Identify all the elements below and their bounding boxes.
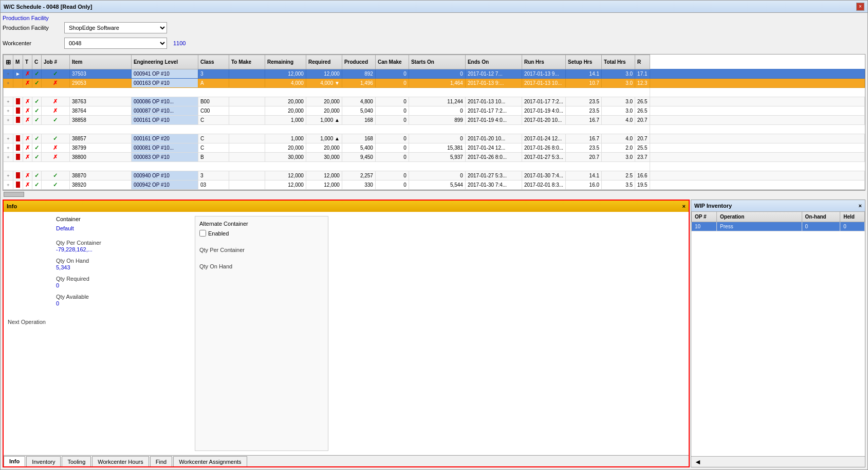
totalhrs-cell: 17.1	[635, 69, 650, 79]
ends-cell: 2017-01-27 5:3...	[522, 153, 565, 162]
item-cell[interactable]: 000086 OP #10...	[131, 97, 198, 106]
expand-cell[interactable]: +	[4, 69, 13, 79]
item-cell[interactable]: 000161 OP #20	[131, 134, 198, 143]
alt-qty-on-hand-field: Qty On Hand	[199, 263, 324, 269]
expand-cell[interactable]: +	[4, 180, 13, 190]
table-row[interactable]: +✗✓✗29053000163 OP #10A4,0004,000 ▼1,496…	[4, 79, 865, 88]
col-required: Required	[306, 55, 342, 69]
expand-cell[interactable]: +	[4, 79, 13, 88]
table-row[interactable]: +✗✓✓38858000161 OP #10C1,0001,000 ▲16808…	[4, 116, 865, 125]
item-cell[interactable]: 000087 OP #10...	[131, 106, 198, 116]
totalhrs-cell: 25.5	[635, 143, 650, 153]
canmake-cell: 1,464	[409, 79, 465, 88]
expand-cell[interactable]: +	[4, 97, 13, 106]
totalhrs-cell: 20.7	[635, 134, 650, 143]
produced-cell: 0	[375, 143, 409, 153]
qty-required-value: 0	[56, 282, 184, 288]
canmake-cell: 5,937	[409, 153, 465, 162]
wip-header: WIP Inventory ×	[691, 200, 865, 211]
r-cell	[650, 106, 864, 116]
wip-table-row[interactable]: 10Press00	[692, 222, 865, 231]
item-cell[interactable]: 000161 OP #10	[131, 116, 198, 125]
tomake-cell: 30,000	[265, 153, 306, 162]
remaining-cell: 30,000	[306, 153, 342, 162]
table-row[interactable]: +✗✓✗38763000086 OP #10...B0020,00020,000…	[4, 97, 865, 106]
job-cell: 38920	[69, 180, 131, 190]
expand-cell[interactable]: +	[4, 116, 13, 125]
item-cell[interactable]: 000081 OP #10...	[131, 143, 198, 153]
info-content: Next Operation Container Default Qty Per…	[4, 212, 689, 455]
job-cell: 37503	[69, 69, 131, 79]
production-facility-select[interactable]: ShopEdge Software	[64, 22, 167, 33]
r-cell	[650, 97, 864, 106]
tab-workcenter-hours[interactable]: Workcenter Hours	[92, 456, 149, 466]
enabled-checkbox[interactable]	[199, 230, 206, 237]
horizontal-scrollbar[interactable]	[3, 190, 865, 197]
job-cell: 38858	[69, 116, 131, 125]
required-cell: 168	[342, 116, 375, 125]
table-row[interactable]	[4, 162, 865, 171]
wip-nav-left[interactable]: ◄	[692, 458, 704, 466]
table-row[interactable]	[4, 125, 865, 134]
table-row[interactable]: +✗✓✓38920000942 OP #100312,00012,0003300…	[4, 180, 865, 190]
c-cell: ✓	[41, 69, 69, 79]
item-cell[interactable]: 000942 OP #10	[131, 180, 198, 190]
runhrs-cell: 23.5	[566, 143, 602, 153]
info-panel-header: Info ×	[4, 201, 689, 212]
marker-cell	[13, 180, 23, 190]
expand-cell[interactable]: +	[4, 153, 13, 162]
remaining-cell: 4,000 ▼	[306, 79, 342, 88]
workcenter-select[interactable]: 0048	[64, 38, 167, 49]
totalhrs-cell: 19.5	[635, 180, 650, 190]
tomake-cell: 20,000	[265, 106, 306, 116]
r-cell	[650, 79, 864, 88]
class-cell	[229, 106, 265, 116]
table-row[interactable]: +✗✓✓38857000161 OP #20C1,0001,000 ▲16800…	[4, 134, 865, 143]
eng-cell: 3	[198, 171, 229, 180]
scroll-thumb[interactable]	[4, 192, 24, 197]
c-cell: ✓	[41, 116, 69, 125]
tab-info[interactable]: Info	[4, 456, 25, 466]
wip-table-wrapper[interactable]: OP #OperationOn-handHeld 10Press00	[691, 211, 865, 456]
table-row[interactable]: +►✗✓✓37503000941 OP #10312,00012,0008920…	[4, 69, 865, 79]
expand-cell[interactable]: +	[4, 171, 13, 180]
r-cell	[650, 134, 864, 143]
info-panel-close[interactable]: ×	[682, 203, 686, 209]
tab-tooling[interactable]: Tooling	[62, 456, 91, 466]
item-cell[interactable]: 000941 OP #10	[131, 69, 198, 79]
col-starts: Starts On	[409, 55, 465, 69]
table-row[interactable]	[4, 88, 865, 97]
m-cell: ✗	[23, 134, 32, 143]
wip-close-button[interactable]: ×	[859, 203, 862, 209]
expand-cell[interactable]: +	[4, 134, 13, 143]
eng-cell: 3	[198, 69, 229, 79]
table-row[interactable]: +✗✓✓38870000940 OP #10312,00012,0002,257…	[4, 171, 865, 180]
item-cell[interactable]: 000083 OP #10	[131, 153, 198, 162]
tab-inventory[interactable]: Inventory	[26, 456, 61, 466]
runhrs-cell: 16.0	[566, 180, 602, 190]
qty-on-hand-label: Qty On Hand	[56, 258, 184, 264]
totalhrs-cell: 20.7	[635, 116, 650, 125]
table-row[interactable]: +✗✓✗38799000081 OP #10...C20,00020,0005,…	[4, 143, 865, 153]
starts-cell: 2017-01-19 4:0...	[465, 116, 522, 125]
item-cell[interactable]: 000163 OP #10	[131, 79, 198, 88]
expand-cell[interactable]: +	[4, 106, 13, 116]
item-cell[interactable]: 000940 OP #10	[131, 171, 198, 180]
ends-cell: 2017-01-24 12...	[522, 134, 565, 143]
t-cell: ✓	[32, 134, 41, 143]
wip-bottom-nav: ◄	[691, 456, 865, 467]
eng-cell: 03	[198, 180, 229, 190]
qty-available-value: 0	[56, 300, 184, 306]
tomake-cell: 12,000	[265, 180, 306, 190]
tab-workcenter-assignments[interactable]: Workcenter Assignments	[173, 456, 247, 466]
r-cell	[650, 143, 864, 153]
schedule-table-wrapper[interactable]: ⊞ M T C Job # Item Engineering Level Cla…	[3, 54, 865, 190]
table-row[interactable]: +✗✓✗38764000087 OP #10...C0020,00020,000…	[4, 106, 865, 116]
production-facility-link[interactable]: Production Facility	[3, 15, 865, 21]
table-row[interactable]: +✗✓✗38800000083 OP #10B30,00030,0009,450…	[4, 153, 865, 162]
expand-cell[interactable]: +	[4, 143, 13, 153]
tab-find[interactable]: Find	[150, 456, 172, 466]
close-button[interactable]: ×	[856, 3, 864, 11]
canmake-cell: 0	[409, 69, 465, 79]
setuphrs-cell: 3.5	[602, 180, 635, 190]
